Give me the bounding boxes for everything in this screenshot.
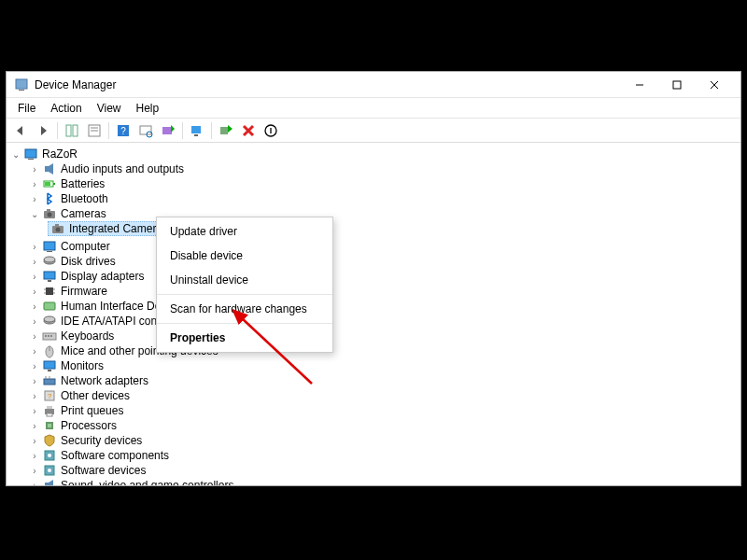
tree-node[interactable]: ›Batteries: [7, 176, 740, 191]
tree-node[interactable]: ›?Other devices: [7, 388, 740, 403]
expander-icon[interactable]: ›: [29, 178, 40, 189]
menu-view[interactable]: View: [90, 100, 129, 117]
tree-root[interactable]: ⌄RaZoR: [7, 147, 740, 161]
svg-rect-47: [45, 335, 47, 337]
enable-device-button[interactable]: [187, 120, 207, 141]
svg-rect-33: [47, 251, 52, 252]
show-hide-console-button[interactable]: [62, 120, 82, 141]
menubar: File Action View Help: [7, 98, 740, 119]
tree-node[interactable]: ›Display adapters: [7, 269, 740, 284]
tree-node[interactable]: ›Disk drives: [7, 254, 740, 269]
tree-node[interactable]: ›Software components: [7, 448, 740, 463]
speaker-icon: [42, 478, 57, 485]
tree-node-label: Other devices: [61, 389, 130, 402]
expander-icon[interactable]: ›: [29, 256, 40, 267]
menu-action[interactable]: Action: [43, 100, 89, 117]
svg-rect-16: [191, 126, 201, 133]
expander-icon[interactable]: ›: [29, 360, 40, 371]
toolbar: ?: [7, 119, 740, 143]
tree-node[interactable]: ›IDE ATA/ATAPI controll: [7, 314, 740, 329]
svg-point-35: [44, 257, 55, 262]
svg-text:?: ?: [120, 126, 126, 136]
tree-node[interactable]: ›Mice and other pointing devices: [7, 343, 740, 358]
uninstall-device-button[interactable]: [238, 120, 259, 141]
expander-icon[interactable]: ›: [29, 330, 40, 342]
expander-icon[interactable]: ›: [29, 301, 40, 312]
expander-icon[interactable]: ›: [29, 375, 40, 386]
unknown-icon: ?: [42, 388, 57, 403]
disable-device-button[interactable]: [261, 120, 281, 141]
svg-point-27: [48, 213, 52, 217]
tree-node[interactable]: ›Security devices: [7, 433, 740, 448]
tree-node-label: Human Interface Devi: [61, 300, 169, 313]
expander-icon[interactable]: ›: [29, 390, 40, 401]
mouse-icon: [42, 343, 57, 358]
expander-icon[interactable]: ⌄: [10, 148, 21, 160]
tree-node-label: Processors: [61, 419, 117, 432]
monitor-icon: [42, 269, 57, 284]
tree-node[interactable]: ›Print queues: [7, 403, 740, 418]
context-menu-item[interactable]: Disable device: [157, 244, 332, 268]
tree-node-label: Display adapters: [61, 270, 144, 283]
tree-node[interactable]: ›Sound, video and game controllers: [7, 478, 740, 485]
component-icon: [42, 448, 57, 463]
tree-node-label: Security devices: [61, 434, 142, 447]
expander-icon[interactable]: ›: [29, 315, 40, 327]
tree-node[interactable]: ›Network adapters: [7, 373, 740, 388]
scan-hardware-button[interactable]: [135, 120, 156, 141]
bluetooth-icon: [42, 191, 57, 206]
tree-node[interactable]: ›Firmware: [7, 284, 740, 299]
svg-rect-20: [25, 149, 36, 158]
expander-icon[interactable]: ›: [29, 193, 40, 204]
expander-icon[interactable]: ⌄: [29, 208, 40, 219]
device-tree[interactable]: ⌄RaZoR›Audio inputs and outputs›Batterie…: [7, 143, 740, 485]
context-menu-item[interactable]: Properties: [157, 326, 332, 350]
tree-node[interactable]: ›Bluetooth: [7, 191, 740, 206]
svg-rect-37: [48, 280, 51, 282]
tree-node[interactable]: ›Keyboards: [7, 329, 740, 343]
context-menu-item[interactable]: Scan for hardware changes: [157, 297, 332, 321]
forward-button[interactable]: [33, 120, 53, 141]
tree-node[interactable]: ›Computer: [7, 239, 740, 254]
svg-rect-0: [16, 79, 27, 89]
tree-node-selected[interactable]: Integrated Camera: [48, 221, 165, 236]
tree-node[interactable]: ⌄Cameras: [7, 206, 740, 221]
expander-icon[interactable]: ›: [29, 465, 40, 476]
expander-icon[interactable]: ›: [29, 435, 40, 446]
tree-node-label: Integrated Camera: [69, 222, 162, 235]
svg-rect-54: [44, 379, 55, 385]
svg-rect-36: [44, 272, 55, 279]
maximize-button[interactable]: [658, 72, 696, 98]
minimize-button[interactable]: [621, 72, 658, 98]
context-menu-item[interactable]: Update driver: [157, 219, 332, 244]
close-button[interactable]: [696, 72, 733, 98]
tree-node[interactable]: ›Audio inputs and outputs: [7, 161, 740, 176]
tree-node[interactable]: ›Human Interface Devi: [7, 299, 740, 314]
svg-point-67: [48, 469, 51, 472]
help-button[interactable]: ?: [113, 120, 134, 141]
expander-icon[interactable]: ›: [29, 286, 40, 297]
context-menu-item[interactable]: Uninstall device: [157, 268, 332, 292]
menu-help[interactable]: Help: [129, 100, 167, 117]
add-legacy-button[interactable]: [216, 120, 236, 141]
expander-icon[interactable]: ›: [29, 480, 40, 485]
tree-node-label: Audio inputs and outputs: [61, 162, 184, 175]
expander-icon[interactable]: ›: [29, 163, 40, 175]
svg-rect-28: [47, 209, 50, 211]
expander-icon[interactable]: ›: [29, 345, 40, 357]
expander-icon[interactable]: ›: [29, 405, 40, 416]
menu-file[interactable]: File: [10, 100, 43, 117]
expander-icon[interactable]: ›: [29, 271, 40, 282]
tree-node-label: Print queues: [61, 404, 123, 417]
svg-rect-49: [50, 335, 52, 337]
expander-icon[interactable]: ›: [29, 420, 40, 431]
back-button[interactable]: [10, 120, 31, 141]
properties-button[interactable]: [84, 120, 105, 141]
tree-node[interactable]: ›Software devices: [7, 463, 740, 478]
update-driver-icon[interactable]: [158, 120, 178, 141]
tree-node[interactable]: ›Monitors: [7, 358, 740, 373]
tree-node[interactable]: ›Processors: [7, 418, 740, 433]
expander-icon[interactable]: ›: [29, 450, 40, 461]
expander-icon[interactable]: ›: [29, 241, 40, 252]
monitor-icon: [42, 358, 57, 373]
